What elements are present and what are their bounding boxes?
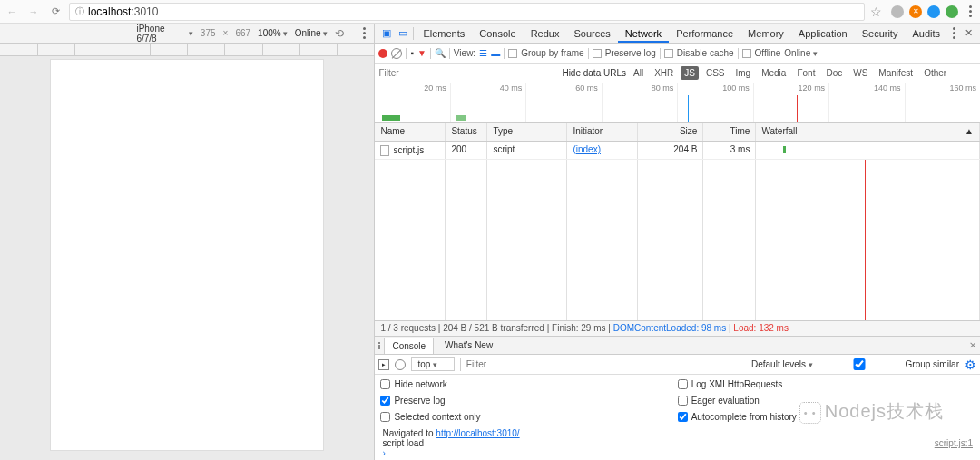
hide-network-checkbox[interactable] [380,379,390,389]
tab-memory[interactable]: Memory [740,24,791,43]
log-levels-select[interactable]: Default levels [751,359,813,369]
group-by-frame-checkbox[interactable] [508,49,517,58]
zoom-select[interactable]: 100% [258,28,288,38]
drawer-menu-icon[interactable] [378,342,380,349]
console-filter-input[interactable] [466,359,548,369]
tab-elements[interactable]: Elements [416,24,472,43]
filter-ws[interactable]: WS [849,66,871,80]
filter-input[interactable] [378,68,460,78]
devtools-tabs: ▣ ▭ Elements Console Redux Sources Netwo… [375,24,980,44]
drawer-tab-whatsnew[interactable]: What's New [437,338,500,353]
tab-application[interactable]: Application [791,24,855,43]
address-bar[interactable]: ⓘ localhost:3010 [69,3,865,21]
sidebar-toggle-icon[interactable]: ▸ [378,359,389,370]
filter-other[interactable]: Other [920,66,950,80]
tab-performance[interactable]: Performance [669,24,740,43]
extension-icon[interactable] [927,5,940,18]
filter-js[interactable]: JS [681,66,699,80]
filter-icon[interactable]: ▼ [417,48,426,58]
drawer-tab-console[interactable]: Console [384,338,434,354]
extension-icon[interactable]: ✕ [909,5,922,18]
group-similar-checkbox[interactable] [818,358,900,370]
settings-icon[interactable]: ⚙ [965,357,976,372]
drawer-tabs: Console What's New ✕ [375,337,980,355]
filter-css[interactable]: CSS [702,66,729,80]
close-devtools-icon[interactable]: ✕ [960,25,976,42]
disable-cache-checkbox[interactable] [664,49,673,58]
rotate-icon[interactable]: ⟲ [335,27,344,40]
tab-audits[interactable]: Audits [905,24,947,43]
header-size[interactable]: Size [638,123,703,141]
device-height[interactable]: 667 [235,28,250,38]
header-status[interactable]: Status [446,123,487,141]
large-rows-icon[interactable]: ☰ [479,48,487,58]
extension-icon[interactable] [891,5,904,18]
offline-checkbox[interactable] [742,49,751,58]
preserve-log-checkbox[interactable] [380,396,390,406]
extension-icon[interactable] [946,5,958,18]
search-icon[interactable]: 🔍 [435,48,446,58]
camera-icon[interactable]: ▪ [410,48,414,58]
log-xhr-checkbox[interactable] [678,379,688,389]
tab-network[interactable]: Network [618,24,669,43]
header-type[interactable]: Type [487,123,567,141]
navigated-url[interactable]: http://localhost:3010/ [436,428,519,438]
timeline-overview[interactable]: 20 ms 40 ms 60 ms 80 ms 100 ms 120 ms 14… [375,83,980,123]
header-waterfall[interactable]: Waterfall▲ [756,123,980,141]
filter-xhr[interactable]: XHR [651,66,677,80]
record-button[interactable] [378,49,387,58]
browser-menu-icon[interactable] [964,5,976,17]
header-name[interactable]: Name [375,123,446,141]
cell-waterfall [756,142,980,159]
overview-icon[interactable]: ▬ [491,48,500,58]
filter-img[interactable]: Img [731,66,754,80]
device-width[interactable]: 375 [201,28,216,38]
tab-sources[interactable]: Sources [566,24,617,43]
clear-button[interactable] [391,48,402,59]
throttle-select[interactable]: Online [784,48,817,58]
devtools-menu-icon[interactable] [947,27,960,39]
preserve-log-checkbox[interactable] [593,49,602,58]
filter-font[interactable]: Font [793,66,818,80]
log-source[interactable]: script.js:1 [935,438,973,448]
selected-context-checkbox[interactable] [380,412,390,422]
tick: 80 ms [602,83,677,122]
network-toolbar: ▪ ▼ 🔍 View: ☰ ▬ Group by frame Preserve … [375,44,980,64]
cell-initiator[interactable]: (index) [573,144,601,154]
back-button[interactable]: ← [4,4,20,20]
table-row[interactable]: script.js 200 script (index) 204 B 3 ms [375,142,980,160]
filter-all[interactable]: All [630,66,647,80]
context-select[interactable]: top [411,357,454,371]
tab-console[interactable]: Console [472,24,523,43]
forward-button[interactable]: → [25,4,42,20]
reload-button[interactable]: ⟳ [47,4,64,20]
url-port: :3010 [131,5,158,18]
filter-doc[interactable]: Doc [822,66,846,80]
throttle-select[interactable]: Online [295,28,328,38]
ruler [0,44,374,56]
filter-manifest[interactable]: Manifest [875,66,916,80]
console-output[interactable]: Navigated to http://localhost:3010/ scri… [375,426,980,460]
eager-eval-checkbox[interactable] [678,396,688,406]
close-drawer-icon[interactable]: ✕ [969,340,976,350]
inspect-icon[interactable]: ▣ [378,25,395,42]
device-menu-icon[interactable] [358,27,371,39]
tab-redux[interactable]: Redux [524,24,567,43]
device-mode-icon[interactable]: ▭ [395,25,411,42]
hide-data-urls-label: Hide data URLs [562,68,626,78]
header-initiator[interactable]: Initiator [567,123,638,141]
clear-console-button[interactable] [395,359,406,370]
header-time[interactable]: Time [703,123,756,141]
devtools-panel: ▣ ▭ Elements Console Redux Sources Netwo… [375,24,980,460]
load-line [865,160,866,320]
filter-media[interactable]: Media [758,66,789,80]
autocomplete-checkbox[interactable] [678,412,688,422]
browser-toolbar: ← → ⟳ ⓘ localhost:3010 ☆ ✕ [0,0,980,24]
tick: 120 ms [753,83,828,122]
device-select[interactable]: iPhone 6/7/8 [136,24,192,44]
device-frame[interactable] [51,60,323,450]
tab-security[interactable]: Security [855,24,906,43]
console-prompt[interactable]: › [382,448,973,458]
opt-label: Autocomplete from history [691,412,797,422]
bookmark-icon[interactable]: ☆ [870,5,882,19]
